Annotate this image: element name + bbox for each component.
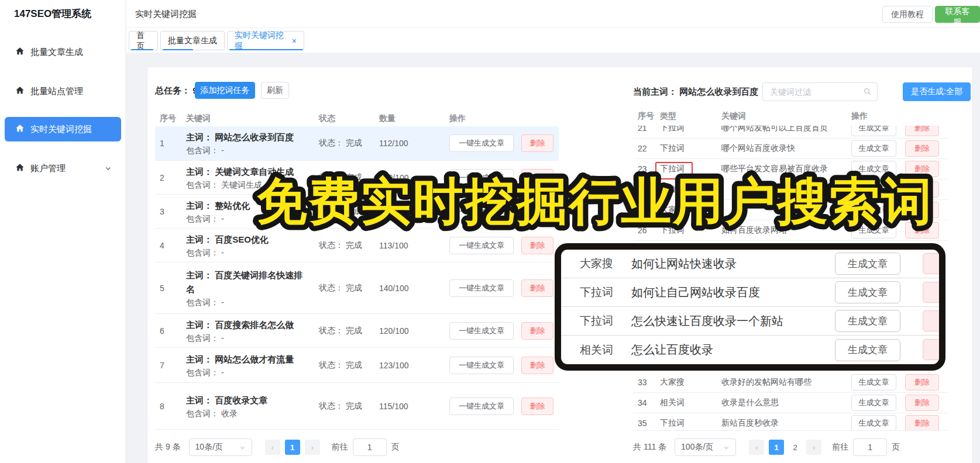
generate-filter-button[interactable]: 是否生成:全部 — [903, 82, 971, 101]
close-icon[interactable]: × — [292, 37, 297, 45]
col-actions: 操作 — [851, 111, 948, 122]
generate-article-button[interactable]: 生成文章 — [835, 281, 900, 303]
delete-button[interactable]: 删除 — [905, 202, 939, 218]
generate-article-button[interactable]: 生成文章 — [851, 126, 896, 136]
table-row[interactable]: 35 下拉词 新站百度秒收录 生成文章删除 — [633, 413, 948, 431]
table-row[interactable]: 33 大家搜 收录好的发帖网站有哪些 生成文章删除 — [633, 372, 948, 393]
row-index: 26 — [633, 226, 660, 235]
table-row[interactable]: 7 主词： 网站怎么做才有流量包含词： - 状态： 完成 123/100 一键生… — [155, 348, 559, 383]
next-page-button[interactable]: › — [305, 440, 320, 455]
page-number[interactable]: 2 — [788, 440, 803, 455]
page-number[interactable]: 1 — [769, 440, 784, 455]
table-row[interactable]: 5 主词： 百度关键词排名快速排名包含词： - 状态： 完成 140/100 一… — [155, 262, 559, 314]
refresh-button[interactable]: 刷新 — [261, 82, 289, 99]
table-row[interactable]: 6 主词： 百度搜索排名怎么做包含词： - 状态： 完成 120/100 一键生… — [155, 314, 559, 348]
generate-article-button[interactable]: 生成文章 — [851, 202, 896, 218]
delete-button[interactable]: 删除 — [521, 134, 553, 152]
generate-article-button[interactable]: 一键生成文章 — [449, 279, 514, 297]
sidebar-item-site-management[interactable]: 批量站点管理 — [5, 79, 121, 103]
tab-active-ink — [163, 49, 193, 50]
delete-button[interactable]: 删除 — [905, 374, 939, 391]
generate-article-button[interactable]: 一键生成文章 — [449, 237, 514, 254]
generate-article-button[interactable]: 生成文章 — [851, 140, 896, 157]
generate-article-button[interactable]: 生成文章 — [835, 339, 900, 361]
delete-button[interactable]: 删除 — [521, 237, 553, 254]
generate-article-button[interactable]: 生成文章 — [851, 222, 896, 239]
type-highlight-box — [655, 162, 693, 179]
tab-home[interactable]: 首页 — [129, 31, 158, 50]
prev-page-button[interactable]: ‹ — [265, 440, 280, 455]
delete-button[interactable]: 删除 — [905, 181, 939, 198]
generate-article-button[interactable]: 生成文章 — [835, 310, 900, 332]
row-keyword: 如何让网站快速收录 — [631, 256, 835, 272]
row-type: 下拉词 — [561, 313, 631, 329]
delete-button[interactable]: 删除 — [905, 126, 939, 136]
table-row[interactable]: 34 相关词 收录是什么意思 生成文章删除 — [633, 393, 948, 413]
table-row[interactable]: 3 主词： 整站优化包含词： - 状态： 完成 一键生成文章删除 — [155, 195, 559, 229]
tab-keyword-mining[interactable]: 实时关键词挖掘 × — [227, 31, 304, 50]
generate-article-button[interactable]: 生成文章 — [851, 181, 896, 198]
generate-article-button[interactable]: 一键生成文章 — [449, 134, 514, 152]
table-row[interactable]: 2 主词： 关键词文章自动生成包含词： 关键词生成 状态： 完成 100/100… — [155, 161, 559, 195]
row-include-words: 包含词： - — [186, 248, 319, 258]
sidebar-item-article-generation[interactable]: 批量文章生成 — [5, 40, 121, 64]
prev-page-button[interactable]: ‹ — [749, 440, 764, 455]
generate-article-button[interactable]: 生成文章 — [851, 415, 896, 431]
table-row[interactable]: 22 下拉词 哪个网站百度收录快 生成文章删除 — [633, 139, 948, 159]
col-keyword: 关键词 — [186, 113, 319, 124]
sidebar-item-account[interactable]: 账户管理 — [5, 156, 121, 181]
table-row[interactable]: 24 下拉词 生成文章删除 — [633, 179, 948, 200]
delete-button[interactable]: 删除 — [905, 140, 939, 157]
table-row[interactable]: 21 下拉词 哪个网站发帖可以上百度首页 生成文章删除 — [633, 126, 948, 139]
contact-support-button[interactable]: 联系客服 — [935, 6, 980, 23]
generate-article-button[interactable]: 一键生成文章 — [449, 169, 514, 186]
keyword-filter-input[interactable] — [762, 82, 878, 101]
table-row[interactable]: 4 主词： 百度SEO优化包含词： - 状态： 完成 113/100 一键生成文… — [155, 229, 559, 262]
delete-button[interactable]: 删除 — [905, 161, 939, 177]
table-row[interactable]: 25 大家搜 生成文章删除 — [633, 200, 948, 220]
delete-button[interactable]: 删除 — [905, 222, 939, 239]
current-main-keyword: 当前主词： 网站怎么收录到百度 — [633, 87, 758, 98]
delete-button[interactable]: 删除 — [521, 357, 553, 374]
delete-button-clipped[interactable] — [923, 282, 945, 303]
delete-button-clipped[interactable] — [923, 253, 945, 274]
row-index: 5 — [155, 284, 186, 293]
row-type: 大家搜 — [561, 256, 631, 271]
table-row[interactable]: 1 主词： 网站怎么收录到百度包含词： - 状态： 完成 112/100 一键生… — [155, 126, 559, 161]
generate-article-button[interactable]: 一键生成文章 — [449, 357, 514, 374]
next-page-button[interactable]: › — [806, 440, 821, 455]
add-task-button[interactable]: 添加挖词任务 — [195, 82, 255, 99]
delete-button-clipped[interactable] — [923, 310, 945, 331]
goto-page-input[interactable] — [853, 438, 887, 456]
tab-article-generation[interactable]: 批量文章生成 — [160, 31, 225, 50]
page-number[interactable]: 1 — [285, 440, 300, 455]
sidebar-item-keyword-mining[interactable]: 实时关键词挖掘 — [5, 117, 121, 141]
delete-button[interactable]: 删除 — [905, 415, 939, 431]
tutorial-button[interactable]: 使用教程 — [882, 6, 933, 23]
delete-button[interactable]: 删除 — [521, 169, 553, 186]
delete-button[interactable]: 删除 — [521, 203, 553, 220]
row-keyword: 怎么快速让百度收录一个新站 — [631, 313, 835, 329]
delete-button[interactable]: 删除 — [905, 395, 939, 411]
row-index: 34 — [633, 398, 660, 407]
delete-button-clipped[interactable] — [923, 339, 945, 360]
page-size-select[interactable]: 10条/页 — [189, 438, 252, 456]
generate-article-button[interactable]: 一键生成文章 — [449, 203, 514, 220]
generate-article-button[interactable]: 一键生成文章 — [449, 398, 514, 415]
table-row[interactable]: 26 下拉词 如何百度收录网站 生成文章删除 — [633, 220, 948, 241]
page-unit-label: 页 — [892, 442, 900, 452]
page-size-select[interactable]: 100条/页 — [675, 438, 736, 456]
delete-button[interactable]: 删除 — [521, 322, 553, 340]
delete-button[interactable]: 删除 — [521, 279, 553, 297]
generate-article-button[interactable]: 生成文章 — [851, 374, 896, 391]
table-row[interactable]: 8 主词： 百度收录文章包含词： 收录 状态： 完成 115/100 一键生成文… — [155, 383, 559, 430]
generate-article-button[interactable]: 生成文章 — [835, 253, 900, 275]
tab-active-ink — [131, 49, 153, 50]
generate-article-button[interactable]: 生成文章 — [851, 161, 896, 177]
generate-article-button[interactable]: 一键生成文章 — [449, 322, 514, 340]
goto-page-input[interactable] — [353, 438, 387, 456]
generate-article-button[interactable]: 生成文章 — [851, 395, 896, 411]
delete-button[interactable]: 删除 — [521, 398, 553, 415]
col-count: 数量 — [379, 113, 449, 124]
row-include-words: 包含词： - — [186, 146, 319, 156]
